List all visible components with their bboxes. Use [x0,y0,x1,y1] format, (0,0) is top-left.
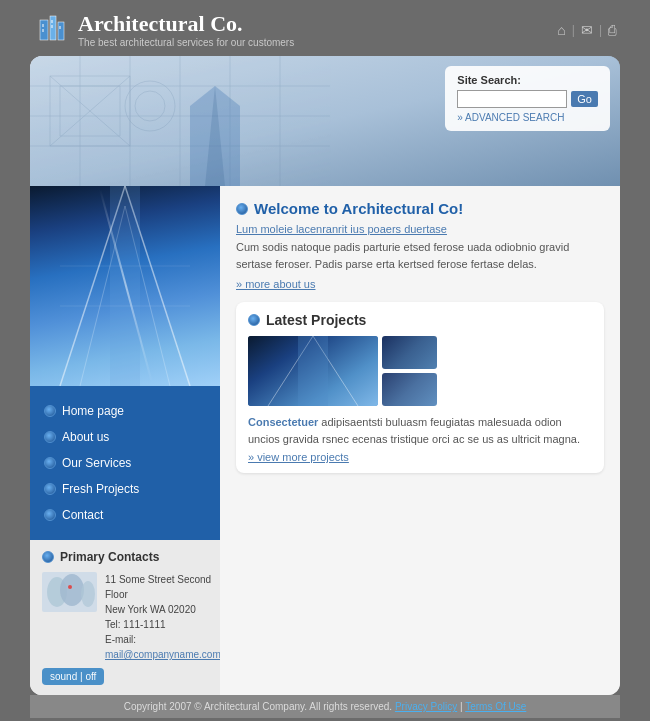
sound-toggle-button[interactable]: sound | off [42,668,104,685]
logo-subtitle: The best architectural services for our … [78,37,294,48]
home-icon[interactable]: ⌂ [557,22,565,38]
email-link[interactable]: mail@companyname.com [105,649,221,660]
project-images [248,336,592,406]
svg-point-22 [135,91,165,121]
view-more-projects-link[interactable]: » view more projects [248,451,592,463]
advanced-search-link[interactable]: » ADVANCED SEARCH [457,112,598,123]
project-image-svg [248,336,378,406]
nav-label-services: Our Services [62,456,131,470]
contact-details: 11 Some Street Second Floor New York WA … [105,572,221,662]
nav-label-about: About us [62,430,109,444]
main-box: Site Search: Go » ADVANCED SEARCH [30,56,620,695]
nav-menu: Home page About us Our Services Fresh Pr… [30,386,220,540]
welcome-title: Welcome to Architectural Co! [254,200,463,217]
nav-item-contact[interactable]: Contact [30,502,220,528]
footer: Copyright 2007 © Architectural Company. … [30,695,620,718]
address-line2: New York WA 02020 [105,604,196,615]
search-box: Site Search: Go » ADVANCED SEARCH [445,66,610,131]
contacts-content: 11 Some Street Second Floor New York WA … [42,572,208,662]
welcome-header: Welcome to Architectural Co! [236,200,604,217]
svg-point-21 [125,81,175,131]
tel: Tel: 111-1111 [105,619,166,630]
search-go-button[interactable]: Go [571,91,598,107]
svg-rect-4 [42,29,44,32]
nav-label-contact: Contact [62,508,103,522]
primary-contacts-header: Primary Contacts [42,550,208,564]
building-logo-icon [34,12,70,48]
svg-point-36 [68,585,72,589]
more-about-us-link[interactable]: » more about us [236,278,604,290]
right-content: Welcome to Architectural Co! Lum moleie … [220,186,620,695]
project-images-side [382,336,437,406]
building-svg [30,186,220,386]
project-desc-title[interactable]: Consectetuer [248,416,318,428]
bullet-welcome [236,203,248,215]
nav-bullet-projects [44,483,56,495]
footer-separator: | [460,701,463,712]
nav-bullet-home [44,405,56,417]
nav-label-home: Home page [62,404,124,418]
outer-wrapper: Architectural Co. The best architectural… [30,3,620,718]
header-icons: ⌂ | ✉ | ⎙ [557,22,616,38]
footer-copyright: Copyright 2007 © Architectural Company. … [124,701,392,712]
svg-rect-5 [51,20,53,23]
svg-line-20 [50,76,130,146]
header: Architectural Co. The best architectural… [30,3,620,56]
footer-privacy-link[interactable]: Privacy Policy [395,701,457,712]
svg-rect-17 [50,76,130,146]
address-line1: 11 Some Street Second Floor [105,574,211,600]
project-image-small-2 [382,373,437,406]
logo-title: Architectural Co. [78,11,294,37]
nav-item-services[interactable]: Our Services [30,450,220,476]
email-label: E-mail: [105,634,136,645]
logo-area: Architectural Co. The best architectural… [34,11,294,48]
hero-banner: Site Search: Go » ADVANCED SEARCH [30,56,620,186]
svg-marker-24 [205,86,225,186]
building-photo [30,186,220,386]
email-icon[interactable]: ✉ [581,22,593,38]
svg-rect-3 [42,24,44,27]
bullet-latest [248,314,260,326]
svg-point-34 [60,574,84,606]
svg-marker-23 [190,86,240,186]
print-icon[interactable]: ⎙ [608,22,616,38]
project-description: Consectetuer adipisaentsti buluasm feugi… [248,414,592,447]
nav-bullet-services [44,457,56,469]
welcome-body-text: Cum sodis natoque padis parturie etsed f… [236,239,604,272]
search-input[interactable] [457,90,567,108]
primary-contacts-heading: Primary Contacts [60,550,159,564]
svg-rect-29 [110,186,140,386]
svg-line-19 [50,76,130,146]
content-area: Home page About us Our Services Fresh Pr… [30,186,620,695]
search-label: Site Search: [457,74,598,86]
svg-rect-2 [58,22,64,40]
svg-rect-6 [51,25,53,28]
bullet-contacts [42,551,54,563]
logo-text-block: Architectural Co. The best architectural… [78,11,294,48]
welcome-link[interactable]: Lum moleie lacenranrit ius poaers duerta… [236,223,604,235]
latest-projects-header: Latest Projects [248,312,592,328]
svg-rect-39 [298,336,328,406]
latest-projects-section: Latest Projects [236,302,604,473]
nav-bullet-about [44,431,56,443]
primary-contacts-section: Primary Contacts 11 Some Street Second F… [30,540,220,695]
search-row: Go [457,90,598,108]
footer-terms-link[interactable]: Terms Of Use [465,701,526,712]
world-map-icon [42,572,97,612]
sidebar: Home page About us Our Services Fresh Pr… [30,186,220,695]
latest-projects-title: Latest Projects [266,312,366,328]
nav-item-about[interactable]: About us [30,424,220,450]
svg-point-35 [81,581,95,607]
nav-item-home[interactable]: Home page [30,398,220,424]
project-image-main [248,336,378,406]
nav-item-projects[interactable]: Fresh Projects [30,476,220,502]
nav-bullet-contact [44,509,56,521]
welcome-section: Welcome to Architectural Co! Lum moleie … [236,200,604,290]
project-image-small-1 [382,336,437,369]
svg-rect-18 [60,86,120,136]
nav-label-projects: Fresh Projects [62,482,139,496]
svg-rect-7 [59,26,61,29]
